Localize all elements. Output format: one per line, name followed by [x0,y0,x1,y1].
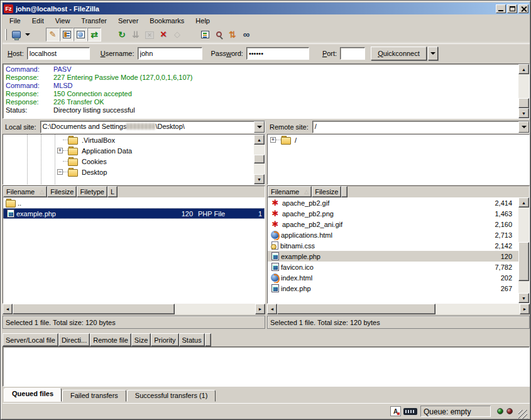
file-row[interactable]: index.html 202 [268,272,518,283]
queue-tab[interactable]: Successful transfers (1) [127,390,216,402]
tree-expander[interactable] [270,137,276,143]
scroll-down-icon[interactable]: ▼ [518,108,529,118]
local-site-combobox[interactable]: C:\Documents and Settings\Desktop\ [40,121,265,133]
username-input[interactable] [138,47,202,60]
tree-item-label[interactable]: Cookies [80,157,109,166]
disconnect-button[interactable] [156,28,170,41]
tree-item[interactable]: Cookies [3,156,254,167]
menu-item[interactable]: File [4,16,26,26]
tree-item[interactable]: Application Data [3,145,254,156]
scrollbar-thumb[interactable] [518,98,529,108]
column-header[interactable]: Priority [151,333,178,346]
file-row[interactable]: apache_pb2.gif 2,414 [268,197,518,208]
toggle-remote-tree-button[interactable] [74,28,87,41]
scrollbar-thumb[interactable] [518,242,529,281]
column-header[interactable]: Filename△ [268,186,312,197]
directory-comparison-button[interactable] [212,28,226,41]
file-row[interactable]: example.php 120 [268,251,518,262]
tree-item-label[interactable]: / [293,136,298,145]
toggle-message-log-button[interactable] [46,28,60,41]
scroll-left-icon[interactable]: ◄ [3,304,13,314]
refresh-button[interactable] [115,28,129,41]
column-header[interactable]: Status [179,333,205,346]
quickconnect-dropdown-button[interactable] [428,47,438,60]
toggle-transfer-queue-button[interactable] [87,28,101,41]
file-row[interactable]: example.php 120 PHP File 1 [3,208,265,219]
queue-tab[interactable]: Failed transfers [62,390,126,402]
close-button[interactable] [518,4,528,13]
password-input[interactable] [246,47,309,60]
column-header[interactable]: △ [341,186,348,197]
tree-item-label[interactable]: .VirtualBox [80,136,117,145]
menu-item[interactable]: Help [190,16,216,26]
message-log-scrollbar[interactable]: ▲ ▼ [518,64,529,118]
toolbar-grip[interactable] [5,29,7,40]
file-row[interactable]: favicon.ico 7,782 [268,262,518,272]
filter-button[interactable] [198,28,212,41]
data-type-ascii-icon[interactable]: A [390,406,401,416]
scroll-left-icon[interactable]: ◄ [267,304,277,314]
scroll-down-icon[interactable]: ▼ [518,293,529,303]
tree-expander[interactable] [57,148,63,153]
scroll-up-icon[interactable]: ▲ [518,64,529,74]
port-input[interactable] [340,47,365,60]
tree-item[interactable]: / [268,135,529,145]
tree-expander[interactable] [57,169,63,175]
toggle-local-tree-button[interactable] [60,28,74,41]
tree-item-label[interactable]: Application Data [80,146,134,155]
menu-item[interactable]: Bookmarks [144,16,190,26]
column-header[interactable]: Filesize△ [47,186,77,197]
file-row[interactable]: apache_pb2.png 1,463 [268,208,518,219]
tree-item[interactable]: Desktop [3,167,254,177]
remote-site-combobox[interactable]: / [312,121,530,133]
scrollbar-thumb[interactable] [13,304,175,314]
local-tree-scrollbar[interactable]: ▲ ▼ [254,135,265,184]
host-input[interactable] [27,47,90,60]
column-header[interactable]: L△ [107,186,118,197]
scroll-up-icon[interactable]: ▲ [518,197,529,207]
column-header[interactable]: Filesize△ [312,186,341,197]
site-manager-button[interactable] [9,28,23,41]
cancel-operation-button[interactable] [143,28,156,41]
column-header[interactable] [205,333,211,346]
title-bar[interactable]: Fz john@localhost - FileZilla [3,3,530,14]
column-header[interactable]: Server/Local file [3,333,58,346]
queue-tab[interactable]: Queued files [4,388,62,402]
tree-item-label[interactable]: Desktop [80,168,109,177]
file-row[interactable]: bitnami.css 2,142 [268,240,518,251]
remote-list-hscrollbar[interactable]: ◄ ► [267,304,530,314]
scroll-down-icon[interactable]: ▼ [254,174,265,184]
local-site-dropdown-button[interactable] [254,121,265,133]
menu-item[interactable]: Server [112,16,144,26]
scrollbar-thumb[interactable] [277,304,435,314]
tree-item[interactable]: .VirtualBox [3,135,254,145]
scroll-right-icon[interactable]: ► [520,304,530,314]
file-row[interactable]: index.php 267 [268,283,518,294]
speed-limit-icon[interactable] [403,408,417,415]
remote-list-scrollbar[interactable]: ▲ ▼ [518,197,529,303]
column-header[interactable]: Size [131,333,151,346]
synchronized-browsing-button[interactable] [226,28,239,41]
file-row[interactable]: applications.html 2,713 [268,229,518,240]
file-row[interactable]: .. [3,197,265,208]
file-row[interactable]: apache_pb2_ani.gif 2,160 [268,219,518,229]
menu-item[interactable]: Edit [26,16,50,26]
menu-item[interactable]: Transfer [75,16,112,26]
abort-button[interactable] [170,28,184,41]
column-header[interactable]: Filename△ [3,186,47,197]
menu-item[interactable]: View [50,16,76,26]
process-queue-button[interactable] [129,28,143,41]
column-header[interactable]: Remote file [90,333,131,346]
scrollbar-thumb[interactable] [254,155,265,163]
remote-site-dropdown-button[interactable] [518,121,529,133]
local-list-hscrollbar[interactable]: ◄ ► [3,304,265,314]
column-header[interactable]: Filetype△ [77,186,107,197]
maximize-button[interactable] [507,4,517,13]
minimize-button[interactable] [496,4,506,13]
resize-grip[interactable] [518,410,527,419]
find-files-button[interactable] [239,28,253,41]
scroll-right-icon[interactable]: ► [255,304,265,314]
scroll-up-icon[interactable]: ▲ [254,135,265,145]
column-header[interactable]: Directi... [58,333,90,346]
queue-body[interactable] [3,346,530,387]
